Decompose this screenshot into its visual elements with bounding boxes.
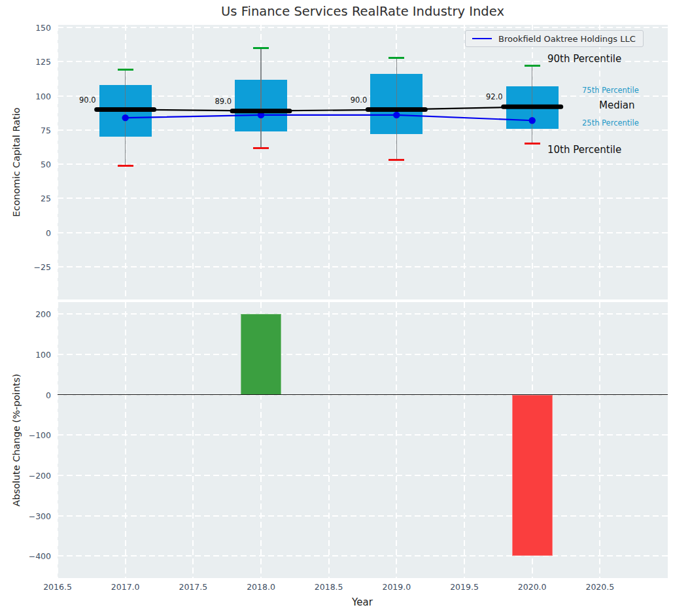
- annotation-25th-percentile: 25th Percentile: [582, 118, 639, 128]
- chart-title: Us Finance Services RealRate Industry In…: [58, 4, 668, 19]
- top-y-tick-label: −25: [0, 262, 51, 271]
- top-y-tick-label: 0: [0, 228, 51, 237]
- gridline-horizontal: [58, 232, 668, 233]
- median-value-label-2019: 90.0: [351, 95, 368, 105]
- gridline-horizontal: [58, 197, 668, 199]
- bottom-plot-area: [58, 302, 668, 578]
- median-value-label-2018: 89.0: [215, 97, 232, 106]
- top-y-tick-label: 100: [0, 91, 51, 101]
- bottom-y-tick-label: −200: [0, 470, 51, 480]
- x-tick-label: 2020.0: [518, 582, 547, 592]
- gridline-vertical: [464, 25, 465, 299]
- top-y-tick-label: 75: [0, 125, 51, 135]
- x-tick-label: 2017.5: [179, 582, 207, 592]
- gridline-vertical: [599, 25, 600, 299]
- gridline-vertical: [125, 302, 126, 578]
- whisker-2017: [125, 70, 126, 165]
- cap-10th-2019: [388, 159, 404, 161]
- cap-90th-2018: [253, 47, 269, 49]
- gridline-vertical: [58, 25, 58, 299]
- legend-label: Brookfield Oaktree Holdings LLC: [498, 34, 636, 44]
- bottom-y-tick-label: 0: [0, 390, 51, 400]
- gridline-horizontal: [58, 27, 668, 28]
- whisker-2018: [260, 48, 262, 148]
- cap-10th-2020: [525, 143, 540, 145]
- annotation-90th-percentile: 90th Percentile: [547, 53, 621, 65]
- gridline-vertical: [464, 302, 465, 578]
- zero-axis-line: [58, 394, 668, 396]
- x-tick-label: 2018.5: [315, 582, 343, 592]
- top-y-tick-label: 150: [0, 23, 51, 33]
- gridline-horizontal: [58, 163, 668, 165]
- change-bar-2020: [512, 395, 553, 556]
- gridline-vertical: [599, 302, 600, 578]
- annotation-10th-percentile: 10th Percentile: [547, 144, 621, 156]
- x-tick-label: 2017.0: [111, 582, 140, 592]
- figure: Us Finance Services RealRate Industry In…: [0, 0, 673, 616]
- bottom-y-tick-label: 200: [0, 309, 51, 319]
- x-tick-label: 2016.5: [43, 582, 72, 592]
- bottom-y-tick-label: −100: [0, 430, 51, 440]
- cap-10th-2017: [118, 165, 133, 167]
- x-tick-label: 2019.0: [382, 582, 411, 592]
- x-tick-label: 2020.5: [585, 582, 614, 592]
- gridline-vertical: [328, 25, 330, 299]
- bottom-y-tick-label: −400: [0, 551, 51, 561]
- whisker-2020: [532, 66, 533, 144]
- gridline-horizontal: [58, 354, 668, 355]
- gridline-vertical: [328, 302, 330, 578]
- gridline-horizontal: [58, 266, 668, 267]
- cap-90th-2017: [118, 69, 133, 71]
- bottom-y-tick-label: −300: [0, 511, 51, 521]
- cap-90th-2020: [525, 65, 540, 67]
- top-y-tick-label: 50: [0, 160, 51, 169]
- gridline-horizontal: [58, 555, 668, 556]
- change-bar-2018: [241, 314, 281, 394]
- gridline-vertical: [192, 25, 194, 299]
- legend-line-sample-icon: [472, 38, 492, 39]
- gridline-vertical: [396, 302, 397, 578]
- gridline-vertical: [192, 302, 194, 578]
- top-y-tick-label: 125: [0, 57, 51, 67]
- annotation-median: Median: [599, 99, 635, 111]
- cap-10th-2018: [253, 147, 269, 149]
- top-plot-area: 90.089.090.092.0: [58, 25, 668, 299]
- top-y-tick-label: 25: [0, 194, 51, 203]
- median-value-label-2017: 90.0: [79, 95, 96, 105]
- x-tick-label: 2019.5: [450, 582, 479, 592]
- median-value-label-2020: 92.0: [486, 92, 503, 101]
- x-tick-label: 2018.0: [247, 582, 275, 592]
- gridline-horizontal: [58, 313, 668, 315]
- gridline-horizontal: [58, 434, 668, 436]
- legend: Brookfield Oaktree Holdings LLC: [465, 30, 644, 47]
- cap-90th-2019: [388, 57, 404, 59]
- whisker-2019: [396, 58, 398, 160]
- gridline-horizontal: [58, 475, 668, 476]
- gridline-vertical: [58, 302, 58, 578]
- gridline-horizontal: [58, 515, 668, 517]
- x-axis-label: Year: [352, 596, 373, 608]
- bottom-y-tick-label: 100: [0, 350, 51, 360]
- annotation-75th-percentile: 75th Percentile: [582, 86, 639, 95]
